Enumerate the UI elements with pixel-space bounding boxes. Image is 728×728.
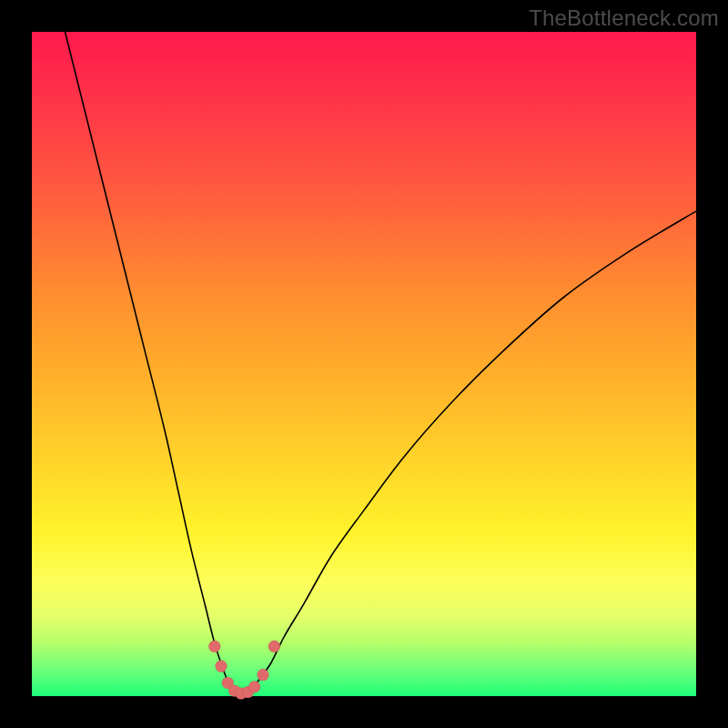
curve-markers <box>208 641 280 700</box>
curve-marker <box>258 669 269 681</box>
bottleneck-curve <box>66 32 697 694</box>
plot-area <box>32 32 696 696</box>
watermark-text: TheBottleneck.com <box>529 5 719 31</box>
curve-svg <box>32 32 696 696</box>
curve-marker <box>268 641 280 652</box>
curve-marker <box>248 681 260 693</box>
curve-marker <box>216 661 228 672</box>
chart-frame: TheBottleneck.com <box>0 0 728 728</box>
curve-marker <box>208 641 220 652</box>
